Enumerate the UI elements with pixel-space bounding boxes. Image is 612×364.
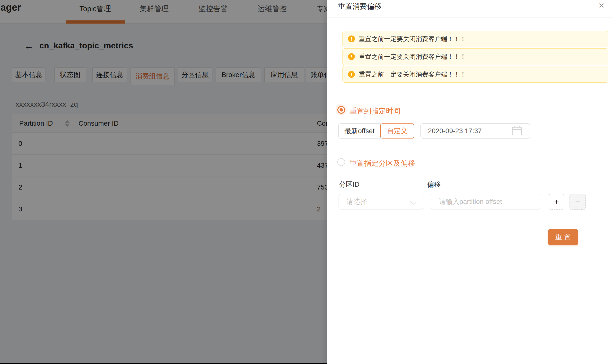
radio-reset-to-time[interactable] (337, 106, 345, 114)
reset-offset-drawer: 重置消费偏移 × ! 重置之前一定要关闭消费客户端！！！ ! 重置之前一定要关闭… (327, 0, 612, 364)
radio-label-reset-to-time[interactable]: 重置到指定时间 (350, 106, 401, 116)
calendar-icon (512, 127, 522, 135)
warning-alert: ! 重置之前一定要关闭消费客户端！！！ (342, 48, 608, 65)
input-placeholder: 请输入partition offset (439, 197, 502, 206)
warning-alert: ! 重置之前一定要关闭消费客户端！！！ (342, 66, 608, 83)
custom-button[interactable]: 自定义 (380, 123, 414, 139)
warning-text: 重置之前一定要关闭消费客户端！！！ (359, 35, 466, 43)
datetime-picker[interactable]: 2020-09-23 17:37 (420, 123, 530, 139)
drawer-header: 重置消费偏移 × (327, 0, 612, 18)
offset-label: 偏移 (427, 180, 441, 189)
datetime-value: 2020-09-23 17:37 (428, 127, 482, 135)
remove-row-button[interactable]: − (570, 194, 586, 210)
warning-icon: ! (348, 36, 355, 42)
latest-offset-button[interactable]: 最新offset (338, 123, 381, 139)
warning-alert: ! 重置之前一定要关闭消费客户端！！！ (342, 31, 608, 47)
partition-id-label: 分区ID (339, 180, 359, 189)
reset-submit-button[interactable]: 重 置 (548, 229, 578, 245)
warning-icon: ! (348, 71, 355, 78)
radio-reset-partition-offset[interactable] (337, 158, 345, 166)
close-icon[interactable]: × (599, 0, 604, 10)
select-placeholder: 请选择 (347, 197, 367, 206)
app-root: ager Topic管理 集群管理 监控告警 运维管控 专家 ← cn_kafk… (0, 0, 612, 364)
chevron-down-icon (411, 199, 416, 205)
warning-icon: ! (348, 53, 355, 60)
drawer-title: 重置消费偏移 (338, 1, 382, 12)
warning-text: 重置之前一定要关闭消费客户端！！！ (359, 70, 466, 79)
radio-label-reset-partition-offset[interactable]: 重置指定分区及偏移 (350, 158, 415, 169)
add-row-button[interactable]: + (549, 194, 564, 210)
warning-text: 重置之前一定要关闭消费客户端！！！ (359, 52, 466, 61)
partition-select[interactable]: 请选择 (339, 194, 423, 209)
offset-input[interactable]: 请输入partition offset (431, 194, 540, 209)
